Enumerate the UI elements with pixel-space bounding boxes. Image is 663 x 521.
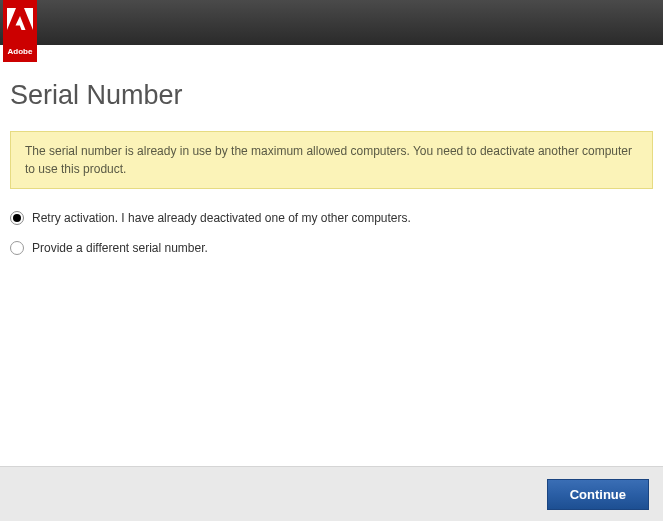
option-provide-serial[interactable]: Provide a different serial number.: [10, 241, 653, 255]
radio-icon: [10, 241, 24, 255]
option-retry-label: Retry activation. I have already deactiv…: [32, 211, 411, 225]
page-title: Serial Number: [10, 80, 653, 111]
option-retry-activation[interactable]: Retry activation. I have already deactiv…: [10, 211, 653, 225]
radio-icon: [10, 211, 24, 225]
adobe-logo: Adobe: [3, 0, 37, 62]
main-content: Serial Number The serial number is alrea…: [0, 80, 663, 255]
warning-message: The serial number is already in use by t…: [10, 131, 653, 189]
header-bar: Adobe: [0, 0, 663, 45]
continue-button[interactable]: Continue: [547, 479, 649, 510]
adobe-logo-text: Adobe: [8, 47, 33, 56]
footer-bar: Continue: [0, 466, 663, 521]
adobe-a-icon: [7, 8, 33, 42]
option-provide-label: Provide a different serial number.: [32, 241, 208, 255]
